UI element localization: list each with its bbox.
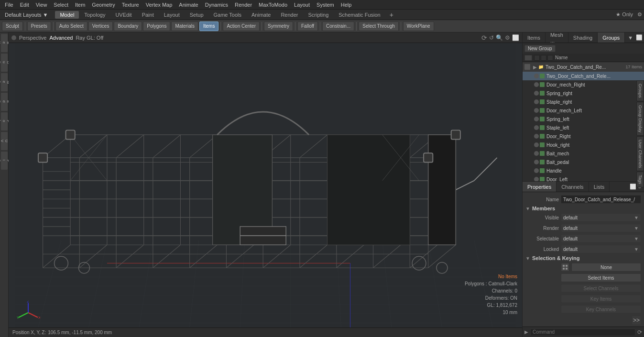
select-items-btn[interactable]: Select Items [561, 273, 641, 282]
left-btn-mesh[interactable]: Mes [0, 73, 8, 92]
group-expand-arrow[interactable]: ▶ [533, 65, 537, 70]
col-icon3[interactable] [547, 55, 553, 61]
prop-selectable-dropdown[interactable]: default ▼ [561, 234, 641, 243]
toolbar-btn-autoSelect[interactable]: Auto Select [55, 22, 87, 31]
mode-tab-render[interactable]: Render [276, 11, 303, 19]
prop-expand-icon[interactable]: ⬜ [630, 184, 636, 190]
item-vis-dot[interactable] [534, 160, 539, 164]
edge-tab-tags[interactable]: Tags [636, 172, 644, 187]
prop-tab-properties[interactable]: Properties [523, 182, 557, 192]
list-item[interactable]: Staple_left [523, 123, 644, 132]
edge-tab-group-display[interactable]: Group Display [636, 102, 644, 136]
item-vis-dot[interactable] [534, 91, 539, 96]
list-item[interactable]: Handle [523, 166, 644, 175]
viewport-ctrl-orbit[interactable]: ⟳ [481, 34, 487, 42]
tab-items[interactable]: Items [523, 33, 546, 43]
menu-item-vertex map[interactable]: Vertex Map [143, 1, 175, 8]
col-icon1[interactable] [534, 55, 540, 61]
menu-item-select[interactable]: Select [51, 1, 71, 8]
none-btn[interactable]: None [571, 263, 641, 272]
forward-button[interactable]: >> [632, 315, 641, 325]
item-vis-dot[interactable] [534, 151, 539, 156]
viewport-ctrl-zoom[interactable]: 🔍 [496, 34, 503, 41]
tab-groups[interactable]: Groups [598, 33, 625, 43]
prop-tab-lists[interactable]: Lists [589, 182, 610, 192]
edge-tab-groups[interactable]: Groups [636, 80, 644, 101]
key-items-btn[interactable]: Key Items [561, 294, 641, 303]
viewport-raygl-label[interactable]: Ray GL: Off [76, 35, 103, 41]
layout-button[interactable]: Default Layouts ▼ [2, 11, 51, 18]
key-channels-btn[interactable]: Key Channels [561, 305, 641, 314]
toolbar-btn-items[interactable]: Items [199, 22, 218, 31]
mode-tab-add[interactable]: + [388, 11, 395, 19]
list-item[interactable]: Door_Right [523, 132, 644, 141]
group-visibility-dot[interactable] [524, 64, 530, 70]
prop-render-dropdown[interactable]: default ▼ [561, 224, 641, 232]
select-channels-btn[interactable]: Select Channels [561, 284, 641, 293]
tab-mesh[interactable]: Mesh ... [546, 33, 568, 43]
viewport-close-btn[interactable] [11, 35, 16, 40]
item-vis-dot[interactable] [534, 168, 539, 173]
col-icon2[interactable] [541, 55, 546, 61]
list-item[interactable]: Door_mech_Right [523, 80, 644, 89]
menu-item-system[interactable]: System [314, 1, 337, 8]
menu-item-dynamics[interactable]: Dynamics [202, 1, 231, 8]
new-group-button[interactable]: New Group [524, 45, 556, 52]
menu-item-item[interactable]: Item [72, 1, 88, 8]
col-visibility-icon[interactable] [524, 55, 532, 61]
list-item[interactable]: Spring_left [523, 115, 644, 123]
tab-shading[interactable]: Shading [568, 33, 598, 43]
prop-visible-dropdown[interactable]: default ▼ [561, 213, 641, 222]
mode-tab-layout[interactable]: Layout [159, 11, 185, 19]
menu-item-maxtomodo[interactable]: MaxToModo [256, 1, 290, 8]
prop-name-input[interactable] [561, 195, 641, 204]
menu-item-animate[interactable]: Animate [176, 1, 201, 8]
mode-tab-animate[interactable]: Animate [247, 11, 275, 19]
viewport-canvas[interactable]: No Items Polygons : Catmull-Clark Channe… [9, 43, 522, 327]
toolbar-btn-sculpt[interactable]: Sculpt [2, 22, 23, 31]
toolbar-btn-symmetry[interactable]: Symmetry [264, 22, 293, 31]
item-vis-dot[interactable] [534, 177, 539, 181]
left-btn-edge[interactable]: Edg [0, 92, 8, 111]
toolbar-btn-workPlane[interactable]: WorkPlane [403, 22, 434, 31]
item-vis-dot[interactable] [534, 74, 539, 78]
toolbar-btn-selectThrough[interactable]: Select Through [359, 22, 399, 31]
list-item[interactable]: Two_Door_Catch_and_Rele... [523, 72, 644, 80]
mode-tab-setup[interactable]: Setup [185, 11, 208, 19]
panel-expand-icon[interactable]: ⬜ [636, 34, 643, 41]
menu-item-geometry[interactable]: Geometry [89, 1, 118, 8]
viewport-ctrl-reset[interactable]: ↺ [489, 34, 494, 41]
item-vis-dot[interactable] [534, 134, 539, 139]
menu-item-edit[interactable]: Edit [17, 1, 32, 8]
left-btn-uv[interactable]: UV [0, 131, 8, 151]
item-vis-dot[interactable] [534, 99, 539, 104]
left-btn-fish[interactable]: Fis [0, 151, 8, 170]
toolbar-btn-vertices[interactable]: Vertices [88, 22, 113, 31]
menu-item-render[interactable]: Render [232, 1, 255, 8]
viewport-persp-label[interactable]: Perspective [19, 35, 46, 41]
toolbar-btn-constrain[interactable]: Constrain... [322, 22, 354, 31]
left-btn-poly[interactable]: Pol [0, 112, 8, 131]
mode-tab-schematic-fusion[interactable]: Schematic Fusion [334, 11, 385, 19]
toolbar-btn-actionCenter[interactable]: Action Center [223, 22, 260, 31]
toolbar-btn-presets[interactable]: Presets [27, 22, 51, 31]
list-item[interactable]: Bait_mech [523, 149, 644, 158]
item-vis-dot[interactable] [534, 108, 539, 113]
toolbar-btn-boundary[interactable]: Boundary [114, 22, 142, 31]
mode-tab-scripting[interactable]: Scripting [303, 11, 333, 19]
list-item[interactable]: Bait_pedal [523, 158, 644, 166]
layout-settings-icon[interactable]: ⚙ [637, 11, 642, 18]
prop-tab-channels[interactable]: Channels [557, 182, 589, 192]
items-list[interactable]: ▶ 📁 Two_Door_Catch_and_Re... 17 Items Tw… [523, 62, 644, 181]
prop-locked-dropdown[interactable]: default ▼ [561, 245, 641, 253]
command-input[interactable] [530, 328, 635, 336]
command-arrow[interactable]: ▶ [524, 329, 528, 335]
menu-item-help[interactable]: Help [338, 1, 355, 8]
edge-tab-user-channels[interactable]: User Channels [636, 136, 644, 172]
menu-item-file[interactable]: File [2, 1, 16, 8]
menu-item-texture[interactable]: Texture [119, 1, 142, 8]
list-item[interactable]: Hook_right [523, 141, 644, 149]
mode-tab-uvedit[interactable]: UVEdit [110, 11, 136, 19]
item-vis-dot[interactable] [534, 117, 539, 121]
list-item[interactable]: Door_mech_Left [523, 106, 644, 115]
